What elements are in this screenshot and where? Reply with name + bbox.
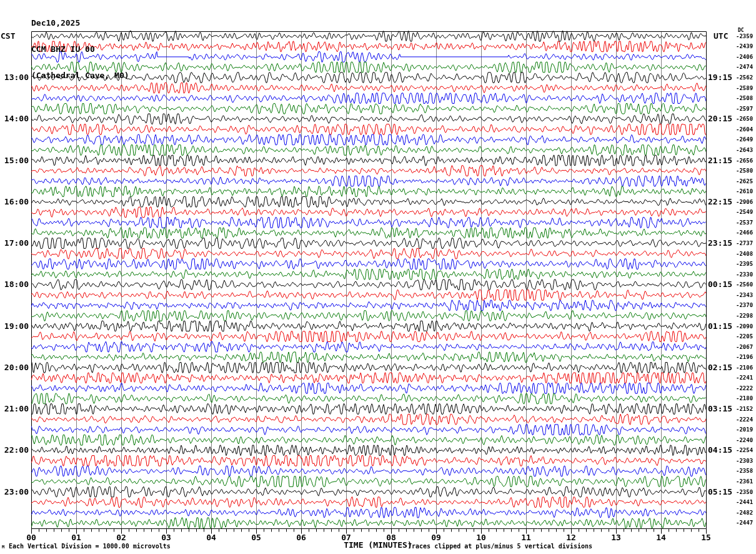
dc-offset-value: -2359 xyxy=(736,33,756,39)
dc-offset-value: -2254 xyxy=(736,447,756,453)
dc-offset-value: -2222 xyxy=(736,385,756,391)
dc-offset-value: -2196 xyxy=(736,354,756,360)
x-axis-tick-label: 00 xyxy=(22,533,41,542)
left-timezone-label: CST xyxy=(1,31,15,41)
header: Dec10,2025 CCM BHZ IU 00 (Cathedral Cave… xyxy=(31,1,129,98)
right-hour-label: 05:15 xyxy=(708,488,737,496)
dc-offset-value: -2241 xyxy=(736,375,756,381)
header-location: (Cathedral Cave, MO) xyxy=(31,71,129,80)
dc-offset-value: -2370 xyxy=(736,302,756,308)
dc-offset-value: -2656 xyxy=(736,158,756,164)
x-axis-tick-label: 04 xyxy=(202,533,221,542)
dc-offset-value: -2361 xyxy=(736,478,756,485)
left-hour-label: 17:00 xyxy=(0,239,29,248)
dc-offset-value: -2560 xyxy=(736,281,756,288)
x-axis-tick-label: 06 xyxy=(292,533,311,542)
dc-offset-value: -2625 xyxy=(736,178,756,184)
dc-offset-value: -2067 xyxy=(736,344,756,350)
dc-column-header: DC xyxy=(738,28,744,33)
dc-offset-value: -2906 xyxy=(736,199,756,205)
dc-offset-value: -2343 xyxy=(736,292,756,298)
x-axis-tick-label: 14 xyxy=(652,533,670,542)
x-axis-tick-label: 03 xyxy=(157,533,176,542)
footer-clip-note: Traces clipped at plus/minus 5 vertical … xyxy=(408,543,592,550)
dc-offset-value: -2152 xyxy=(736,406,756,412)
dc-offset-value: -2441 xyxy=(736,499,756,505)
dc-offset-value: -2597 xyxy=(736,106,756,112)
x-axis-tick-label: 01 xyxy=(67,533,86,542)
right-hour-label: 22:15 xyxy=(708,198,737,206)
left-hour-label: 18:00 xyxy=(0,280,29,289)
right-hour-label: 03:15 xyxy=(708,405,737,413)
header-date: Dec10,2025 xyxy=(31,19,129,28)
x-axis-tick-label: 11 xyxy=(517,533,535,542)
dc-offset-value: -2508 xyxy=(736,95,756,101)
dc-offset-value: -2350 xyxy=(736,489,756,495)
dc-offset-value: -2408 xyxy=(736,251,756,257)
left-hour-label: 19:00 xyxy=(0,322,29,331)
corner-mark: M xyxy=(2,545,4,550)
x-axis-tick-label: 02 xyxy=(112,533,131,542)
dc-offset-value: -2303 xyxy=(736,458,756,464)
x-axis-tick-label: 05 xyxy=(247,533,266,542)
dc-offset-value: -2580 xyxy=(736,168,756,174)
dc-offset-value: -2649 xyxy=(736,136,756,143)
dc-offset-value: -2474 xyxy=(736,64,756,70)
left-hour-label: 22:00 xyxy=(0,446,29,455)
right-hour-label: 04:15 xyxy=(708,446,737,455)
dc-offset-value: -2224 xyxy=(736,416,756,423)
heliplot-page: Dec10,2025 CCM BHZ IU 00 (Cathedral Cave… xyxy=(0,0,756,554)
left-hour-label: 21:00 xyxy=(0,405,29,413)
dc-offset-value: -2589 xyxy=(736,85,756,91)
dc-offset-value: -2019 xyxy=(736,426,756,433)
dc-offset-value: -2537 xyxy=(736,219,756,226)
x-axis-tick-label: 15 xyxy=(697,533,715,542)
dc-offset-value: -2447 xyxy=(736,520,756,526)
dc-offset-value: -2106 xyxy=(736,365,756,371)
right-timezone-label: UTC xyxy=(714,31,728,41)
dc-offset-value: -2358 xyxy=(736,468,756,474)
footer-scale-note: Each Vertical Division = 1000.00 microvo… xyxy=(9,543,171,550)
dc-offset-value: -2610 xyxy=(736,188,756,194)
x-axis-tick-label: 12 xyxy=(562,533,580,542)
dc-offset-value: -2737 xyxy=(736,240,756,246)
dc-offset-value: -2205 xyxy=(736,333,756,340)
dc-offset-value: -2650 xyxy=(736,116,756,122)
left-hour-label: 23:00 xyxy=(0,488,29,496)
right-hour-label: 01:15 xyxy=(708,322,737,331)
right-hour-label: 21:15 xyxy=(708,156,737,165)
dc-offset-value: -2298 xyxy=(736,313,756,319)
dc-offset-value: -2395 xyxy=(736,261,756,267)
dc-offset-value: -2090 xyxy=(736,323,756,330)
right-hour-label: 02:15 xyxy=(708,363,737,372)
dc-offset-value: -2466 xyxy=(736,229,756,236)
dc-offset-value: -2330 xyxy=(736,271,756,278)
left-hour-label: 14:00 xyxy=(0,114,29,123)
header-station: CCM BHZ IU 00 xyxy=(31,45,129,54)
right-hour-label: 20:15 xyxy=(708,114,737,123)
left-hour-label: 20:00 xyxy=(0,363,29,372)
right-hour-label: 19:15 xyxy=(708,73,737,82)
dc-offset-value: -2482 xyxy=(736,510,756,516)
left-hour-label: 15:00 xyxy=(0,156,29,165)
x-axis-tick-label: 10 xyxy=(472,533,490,542)
dc-offset-value: -2549 xyxy=(736,209,756,215)
dc-offset-value: -2562 xyxy=(736,74,756,81)
right-hour-label: 23:15 xyxy=(708,239,737,248)
dc-offset-value: -2180 xyxy=(736,395,756,401)
left-hour-label: 13:00 xyxy=(0,73,29,82)
dc-offset-value: -2240 xyxy=(736,437,756,443)
dc-offset-value: -2604 xyxy=(736,126,756,133)
dc-offset-value: -2643 xyxy=(736,147,756,153)
right-hour-label: 00:15 xyxy=(708,280,737,289)
dc-offset-value: -2439 xyxy=(736,43,756,49)
x-axis-tick-label: 13 xyxy=(607,533,625,542)
dc-offset-value: -2406 xyxy=(736,54,756,60)
left-hour-label: 16:00 xyxy=(0,198,29,206)
